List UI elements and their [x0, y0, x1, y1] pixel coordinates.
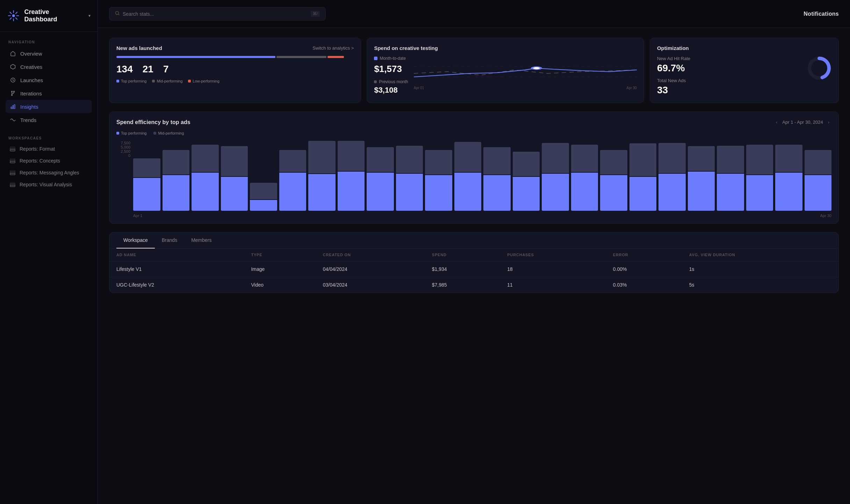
- bar-segment-bottom: [600, 175, 627, 211]
- table-row[interactable]: Lifestyle V1 Image 04/04/2024 $1,934 18 …: [109, 261, 838, 277]
- stat-top: 134: [116, 64, 133, 75]
- x-axis: Apr 1 Apr 30: [133, 214, 831, 218]
- home-icon: [10, 50, 16, 57]
- spend-testing-title: Spend on creative testing: [374, 45, 637, 51]
- bar-segment-top: [396, 146, 423, 173]
- table-header-row: AD NAME TYPE CREATED ON SPEND PURCHASES …: [109, 249, 838, 261]
- search-icon: [115, 11, 120, 17]
- cell-created: 04/04/2024: [316, 261, 425, 277]
- sidebar-item-overview[interactable]: Overview: [6, 47, 92, 60]
- bar-segment-bottom: [688, 172, 715, 211]
- optimization-donut-chart: [807, 56, 831, 80]
- svg-rect-22: [10, 159, 15, 160]
- search-kbd-hint: ⌘/: [311, 11, 320, 17]
- y-label-0: 0: [116, 153, 130, 158]
- table-row[interactable]: UGC-Lifestyle V2 Video 03/04/2024 $7,985…: [109, 277, 838, 293]
- sidebar-item-reports-format[interactable]: Reports: Format: [6, 143, 92, 155]
- bar-col: [775, 141, 802, 211]
- app-title: Creative Dashboard: [24, 8, 83, 23]
- main-area: ⌘/ Notifications New ads launched Switch…: [98, 0, 850, 504]
- sunburst-logo-icon: [7, 9, 20, 22]
- legend-mid-dot: [152, 80, 155, 82]
- new-ads-title: New ads launched: [116, 45, 162, 51]
- sidebar: Creative Dashboard ▾ NAVIGATION Overview…: [0, 0, 98, 504]
- svg-rect-19: [10, 147, 15, 148]
- cell-error: 0.03%: [606, 277, 682, 293]
- new-ads-card: New ads launched Switch to analytics > 1…: [109, 38, 361, 103]
- spend-mtd-badge: Month-to-date: [374, 56, 408, 61]
- optimization-card: Optimization New Ad Hit Rate 69.7% Total…: [650, 38, 839, 103]
- bar-segment-top: [658, 143, 686, 173]
- bar-col: [163, 141, 190, 211]
- legend-top-performing: Top performing: [116, 131, 146, 135]
- bar-col: [308, 141, 336, 211]
- sidebar-item-reports-visual[interactable]: Reports: Visual Analysis: [6, 179, 92, 190]
- date-prev-button[interactable]: ‹: [774, 119, 779, 125]
- content-area: New ads launched Switch to analytics > 1…: [98, 28, 850, 504]
- bar-segment-top: [338, 141, 365, 171]
- bar-col: [250, 141, 277, 211]
- spend-prev-dot: [374, 80, 377, 83]
- bar-segment-top: [367, 147, 394, 172]
- x-label-end: Apr 30: [820, 214, 831, 218]
- ads-progress-bar: [116, 56, 354, 58]
- bar-col: [425, 141, 452, 211]
- bar-chart-icon: [10, 103, 16, 110]
- stack-icon: [10, 182, 15, 187]
- bar-segment-top: [454, 142, 482, 172]
- table-tabs: Workspace Brands Members: [109, 232, 838, 249]
- bar-segment-top: [483, 147, 511, 174]
- sidebar-item-reports-messaging[interactable]: Reports: Messaging Angles: [6, 167, 92, 179]
- bar-col: [629, 141, 657, 211]
- legend-mid-dot: [153, 132, 156, 135]
- progress-mid: [276, 56, 326, 58]
- tab-workspace[interactable]: Workspace: [116, 232, 155, 249]
- sidebar-item-trends[interactable]: Trends: [6, 113, 92, 127]
- topbar: ⌘/ Notifications: [98, 0, 850, 28]
- bar-segment-top: [542, 143, 569, 173]
- search-input[interactable]: [123, 11, 308, 17]
- chevron-down-icon: ▾: [88, 13, 91, 18]
- spend-sparkline: Apr 01 Apr 30: [414, 56, 637, 95]
- legend-top-dot: [116, 80, 119, 82]
- spend-testing-card: Spend on creative testing Month-to-date …: [367, 38, 644, 103]
- sidebar-item-launches[interactable]: Launches: [6, 73, 92, 87]
- spend-efficiency-title: Spend efficiency by top ads: [116, 119, 190, 125]
- legend-low-dot: [188, 80, 191, 82]
- workspace-section: WORKSPACAES Reports: Format Reports: Con…: [0, 129, 98, 193]
- switch-analytics-link[interactable]: Switch to analytics >: [312, 45, 354, 51]
- trends-icon: [10, 117, 16, 123]
- svg-rect-16: [14, 105, 15, 109]
- tab-brands[interactable]: Brands: [155, 232, 184, 249]
- sidebar-item-reports-concepts[interactable]: Reports: Concepts: [6, 155, 92, 167]
- notifications-button[interactable]: Notifications: [804, 11, 839, 17]
- workspace-item-label: Reports: Concepts: [20, 158, 60, 164]
- bar-segment-bottom: [775, 173, 802, 211]
- cell-purchases: 11: [500, 277, 606, 293]
- sidebar-item-iterations[interactable]: Iterations: [6, 87, 92, 100]
- opt-total-value: 33: [657, 85, 690, 96]
- bars-area: Apr 1 Apr 30: [133, 141, 831, 218]
- bar-col: [600, 141, 627, 211]
- svg-line-5: [10, 12, 11, 14]
- spend-mtd-label: Month-to-date: [380, 56, 406, 61]
- sidebar-item-creatives[interactable]: Creatives: [6, 60, 92, 73]
- bar-segment-bottom: [163, 175, 190, 211]
- opt-hit-rate-value: 69.7%: [657, 63, 690, 74]
- legend-low-label: Low-performing: [193, 79, 219, 83]
- date-next-button[interactable]: ›: [826, 119, 831, 125]
- bar-segment-bottom: [396, 174, 423, 211]
- sidebar-item-insights[interactable]: Insights: [6, 100, 92, 113]
- bar-segment-bottom: [279, 173, 307, 211]
- sidebar-item-label: Iterations: [20, 91, 42, 96]
- progress-low: [327, 56, 344, 58]
- table-section: Workspace Brands Members AD NAME TYPE CR…: [109, 232, 839, 293]
- ads-stats-row: 134 21 7: [116, 64, 354, 75]
- bar-segment-bottom: [746, 175, 773, 211]
- bar-segment-bottom: [367, 173, 394, 211]
- sidebar-item-label: Overview: [20, 51, 42, 57]
- bar-segment-bottom: [250, 200, 277, 211]
- opt-total-label: Total New Ads: [657, 78, 690, 83]
- bar-col: [805, 141, 832, 211]
- tab-members[interactable]: Members: [184, 232, 218, 249]
